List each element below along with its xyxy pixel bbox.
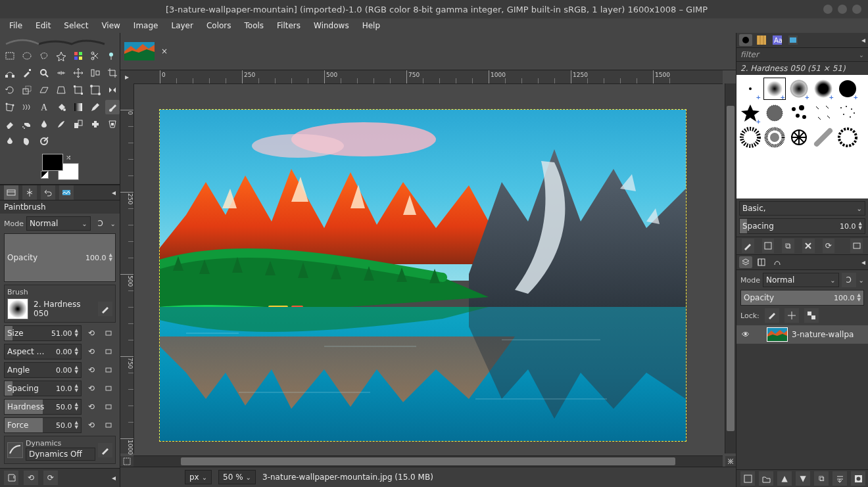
brush-item[interactable] [812,102,834,124]
delete-tool-preset-icon[interactable]: ⟳ [43,471,58,485]
nav-preview-icon[interactable] [725,456,736,467]
lock-pixels-icon[interactable] [765,308,779,323]
ruler-vertical[interactable]: 0 250 500 750 1000 [120,83,134,453]
new-layer-icon[interactable] [740,471,755,486]
mode-menu-icon[interactable]: ⌄ [110,220,116,227]
layer-visibility-icon[interactable]: 👁 [740,330,751,339]
swap-colors-icon[interactable]: ⤭ [66,154,71,161]
lower-layer-icon[interactable]: ▼ [796,471,810,486]
lock-alpha-icon[interactable] [804,308,819,323]
undo-history-tab-icon[interactable] [41,185,55,200]
scrollbar-horizontal[interactable] [133,455,723,467]
mode-reset-button[interactable]: Ɔ [93,216,108,231]
layer-mode-select[interactable]: Normal⌄ [763,273,839,287]
tool-text[interactable]: A [37,100,51,114]
size-slider[interactable]: Size51.00▲▼ [4,325,82,341]
default-colors-icon[interactable] [41,171,49,179]
tool-scale[interactable] [20,83,34,97]
tool-warp[interactable] [20,100,34,114]
tool-ink[interactable] [37,117,51,131]
tool-perspective-clone[interactable] [105,117,120,131]
menu-layer[interactable]: Layer [166,20,198,32]
tool-crop[interactable] [105,66,120,80]
tool-clone[interactable] [71,117,85,131]
scrollbar-vertical[interactable] [725,83,736,453]
tool-handle-transform[interactable] [88,83,103,97]
aspect-link-icon[interactable] [101,344,116,359]
brushes-tab-icon[interactable] [739,34,752,46]
fg-color-swatch[interactable] [42,154,63,171]
edit-brush-icon[interactable] [742,239,754,253]
refresh-brushes-icon[interactable]: ⟳ [823,239,835,253]
maximize-button[interactable] [838,5,847,14]
hardness-reset-icon[interactable]: ⟲ [84,400,99,414]
paths-tab-icon[interactable] [771,256,784,268]
tool-flip[interactable] [105,83,120,97]
menu-tools[interactable]: Tools [239,20,270,32]
brush-item[interactable]: + [812,78,834,100]
tool-cage[interactable] [3,100,17,114]
tool-move[interactable] [71,66,85,80]
menu-help[interactable]: Help [357,20,385,32]
reset-tool-options-icon[interactable]: ◂ [112,473,116,482]
brush-item[interactable]: + [788,78,810,100]
brush-preset-select[interactable]: Basic,⌄ [739,201,865,216]
brushes-dock-menu-icon[interactable]: ◂ [861,35,865,45]
images-tab-icon[interactable] [59,185,74,200]
tool-perspective[interactable] [54,83,68,97]
tool-ellipse-select[interactable] [20,49,34,63]
tool-fuzzy-select[interactable] [54,49,68,63]
unit-select[interactable]: px⌄ [185,470,212,484]
tool-by-color-select[interactable] [71,49,85,63]
duplicate-layer-icon[interactable]: ⧉ [814,471,829,486]
opacity-slider[interactable]: Opacity 100.0▲▼ [4,233,116,282]
brush-item[interactable] [836,126,859,149]
zoom-select[interactable]: 50 %⌄ [218,470,256,484]
tool-zoom[interactable] [37,66,51,80]
tool-paintbrush[interactable] [105,100,120,114]
dynamics-icon[interactable] [7,442,23,458]
new-group-icon[interactable] [759,471,773,486]
tool-paths[interactable] [3,66,17,80]
ruler-horizontal[interactable]: 0 250 500 750 1000 1250 1500 [133,70,723,84]
brush-item[interactable]: + [836,78,859,100]
lock-position-icon[interactable] [784,308,799,323]
layers-dock-menu-icon[interactable]: ◂ [861,258,865,267]
force-slider[interactable]: Force50.0▲▼ [4,417,82,433]
force-link-icon[interactable] [101,418,116,432]
hardness-slider[interactable]: Hardness50.0▲▼ [4,399,82,415]
tool-smudge[interactable] [20,134,34,149]
raise-layer-icon[interactable]: ▲ [777,471,792,486]
menu-windows[interactable]: Windows [308,20,354,32]
restore-tool-preset-icon[interactable]: ⟲ [24,471,38,485]
tool-align[interactable] [88,66,103,80]
brush-item[interactable] [812,126,834,149]
angle-reset-icon[interactable]: ⟲ [84,363,99,377]
brush-item[interactable] [788,102,810,124]
tool-rect-select[interactable] [3,49,17,63]
menu-image[interactable]: Image [128,20,164,32]
tool-measure[interactable] [54,66,68,80]
tool-heal[interactable] [88,117,103,131]
layer-opacity-slider[interactable]: Opacity100.0▲▼ [740,290,864,306]
mask-layer-icon[interactable] [851,471,865,486]
close-image-tab-icon[interactable]: × [157,44,172,58]
brush-item[interactable] [763,126,786,149]
blend-mode-select[interactable]: Normal⌄ [26,216,91,231]
fonts-tab-icon[interactable]: Aa [771,34,784,46]
tool-foreground-select[interactable] [105,49,120,63]
duplicate-brush-icon[interactable]: ⧉ [782,239,794,253]
size-link-icon[interactable] [101,326,116,340]
new-brush-icon[interactable] [762,239,775,253]
spacing-reset-icon[interactable]: ⟲ [84,381,99,396]
menu-edit[interactable]: Edit [30,20,56,32]
brush-spacing-slider[interactable]: Spacing10.0▲▼ [739,218,865,234]
delete-brush-icon[interactable] [802,239,815,253]
brush-item[interactable]: + [739,78,761,100]
save-tool-preset-icon[interactable] [4,471,18,485]
dynamics-select[interactable]: Dynamics Off [26,448,95,461]
history-tab-icon[interactable] [786,34,800,46]
brush-item[interactable] [836,102,859,124]
dynamics-editor-icon[interactable] [98,443,112,457]
tool-bucket-fill[interactable] [54,100,68,114]
